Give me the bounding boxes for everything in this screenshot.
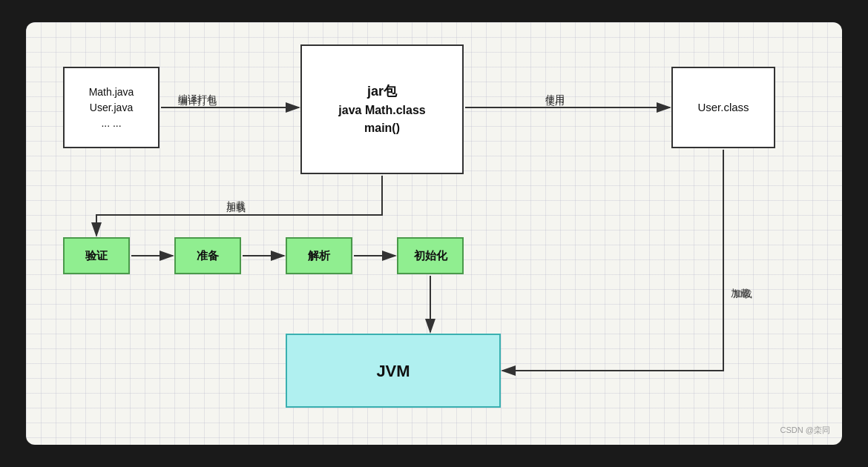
jar-box: jar包 java Math.class main() bbox=[300, 44, 464, 174]
prepare-label: 准备 bbox=[197, 248, 219, 265]
jar-line1: java Math.class bbox=[338, 102, 425, 119]
use-text: 使用 bbox=[545, 95, 565, 108]
prepare-box: 准备 bbox=[174, 237, 241, 274]
jar-title: jar包 bbox=[367, 82, 397, 102]
user-class-box: User.class bbox=[671, 67, 775, 148]
load1-text: 加载 bbox=[226, 202, 246, 215]
compile-text: 编译打包 bbox=[178, 95, 217, 108]
parse-box: 解析 bbox=[286, 237, 352, 274]
jvm-label: JVM bbox=[376, 359, 410, 383]
source-line3: ... ... bbox=[101, 116, 121, 131]
verify-label: 验证 bbox=[85, 248, 108, 265]
source-box: Math.java User.java ... ... bbox=[63, 67, 160, 148]
source-line1: Math.java bbox=[89, 85, 134, 100]
jar-line2: main() bbox=[364, 119, 400, 137]
init-label: 初始化 bbox=[414, 248, 447, 265]
jvm-box: JVM bbox=[286, 334, 501, 408]
source-line2: User.java bbox=[90, 100, 133, 116]
parse-label: 解析 bbox=[308, 248, 330, 265]
user-class-label: User.class bbox=[697, 99, 749, 116]
diagram-container: 编译打包 使用 加载 加载 编译打包 使用 加载 加载 Math.java Us… bbox=[26, 22, 842, 445]
verify-box: 验证 bbox=[63, 237, 130, 274]
watermark: CSDN @栾同 bbox=[780, 425, 830, 436]
load2-text: 加载 bbox=[733, 288, 752, 301]
init-box: 初始化 bbox=[397, 237, 464, 274]
